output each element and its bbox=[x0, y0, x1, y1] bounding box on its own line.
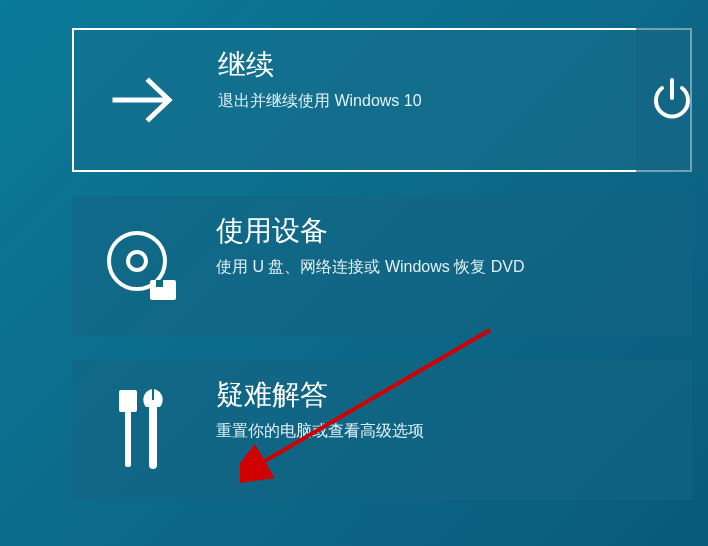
continue-title: 继续 bbox=[218, 46, 670, 84]
svg-rect-5 bbox=[125, 407, 131, 467]
power-icon bbox=[648, 76, 696, 124]
tools-icon bbox=[72, 360, 212, 500]
svg-rect-4 bbox=[156, 280, 163, 287]
continue-desc: 退出并继续使用 Windows 10 bbox=[218, 90, 670, 112]
use-device-title: 使用设备 bbox=[216, 212, 672, 250]
power-tile[interactable] bbox=[636, 28, 708, 172]
svg-point-2 bbox=[128, 252, 146, 270]
troubleshoot-title: 疑难解答 bbox=[216, 376, 672, 414]
troubleshoot-tile[interactable]: 疑难解答 重置你的电脑或查看高级选项 bbox=[72, 360, 692, 500]
use-device-tile[interactable]: 使用设备 使用 U 盘、网络连接或 Windows 恢复 DVD bbox=[72, 196, 692, 336]
continue-text: 继续 退出并继续使用 Windows 10 bbox=[214, 30, 690, 128]
troubleshoot-desc: 重置你的电脑或查看高级选项 bbox=[216, 420, 672, 442]
use-device-desc: 使用 U 盘、网络连接或 Windows 恢复 DVD bbox=[216, 256, 672, 278]
svg-rect-6 bbox=[119, 390, 137, 412]
use-device-text: 使用设备 使用 U 盘、网络连接或 Windows 恢复 DVD bbox=[212, 196, 692, 294]
troubleshoot-text: 疑难解答 重置你的电脑或查看高级选项 bbox=[212, 360, 692, 458]
disc-icon bbox=[72, 196, 212, 336]
continue-tile[interactable]: 继续 退出并继续使用 Windows 10 bbox=[72, 28, 692, 172]
arrow-right-icon bbox=[74, 30, 214, 170]
